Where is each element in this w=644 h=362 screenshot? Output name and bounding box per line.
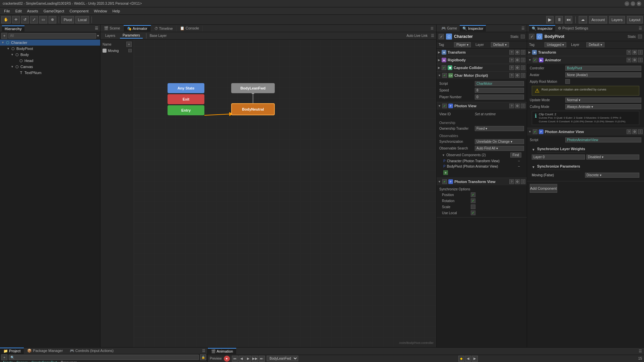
tab-project-settings[interactable]: ⚙ Project Settings bbox=[555, 25, 591, 31]
more-btn[interactable]: ⋮ bbox=[521, 179, 525, 184]
culling-mode-select[interactable]: Always Animate ▾ bbox=[565, 104, 641, 109]
more-btn[interactable]: ⋮ bbox=[521, 73, 525, 78]
animator-graph[interactable]: Anim/BodyPivot.controller bbox=[134, 40, 436, 347]
project-panel-menu[interactable]: ☰ bbox=[202, 349, 207, 353]
enabled-checkbox[interactable]: ✓ bbox=[442, 179, 447, 184]
scene-panel-menu[interactable]: ☰ bbox=[431, 26, 436, 30]
last-frame-button[interactable]: ⏭ bbox=[259, 356, 265, 362]
find-button[interactable]: Find bbox=[510, 153, 521, 158]
param-moving[interactable]: Moving bbox=[102, 48, 132, 54]
settings-btn[interactable]: ⚙ bbox=[632, 58, 637, 62]
layer0-val[interactable]: Disabled ▾ bbox=[586, 155, 640, 160]
menu-help[interactable]: Help bbox=[110, 8, 123, 14]
capsule-collider-header[interactable]: ▶ ✓ ⬟ Capsule Collider ? ⚙ ⋮ bbox=[437, 64, 527, 71]
collab-button[interactable]: ☁ bbox=[579, 16, 587, 23]
tab-controls[interactable]: 🎮 Controls (Input Actions) bbox=[66, 348, 117, 354]
enabled-checkbox[interactable]: ✓ bbox=[442, 73, 447, 78]
enabled-checkbox[interactable]: ✓ bbox=[442, 104, 447, 108]
add-param-button[interactable]: + bbox=[126, 42, 132, 47]
hierarchy-search[interactable] bbox=[8, 33, 96, 39]
tab-console[interactable]: 📋 Console bbox=[177, 25, 203, 31]
tab-inspector-right[interactable]: 🔍 Inspector bbox=[529, 25, 555, 32]
play-anim-button[interactable]: ▶ bbox=[245, 356, 251, 362]
apply-root-checkbox[interactable] bbox=[565, 79, 570, 84]
remove-btn[interactable]: − bbox=[518, 159, 520, 163]
observed-components-header[interactable]: ▼ Observed Components (2) Find bbox=[439, 152, 524, 158]
info-btn[interactable]: ? bbox=[509, 104, 514, 108]
more-btn[interactable]: ⋮ bbox=[638, 50, 643, 55]
info-btn[interactable]: ? bbox=[509, 65, 514, 70]
ownership-transfer-select[interactable]: Fixed ▾ bbox=[475, 126, 524, 131]
node-exit[interactable]: Exit bbox=[168, 94, 204, 104]
more-btn[interactable]: ⋮ bbox=[521, 104, 525, 108]
controller-value[interactable]: BodyPivot bbox=[565, 66, 641, 71]
rotation-checkbox[interactable]: ✓ bbox=[471, 198, 475, 203]
anim-layers-tab[interactable]: Layers bbox=[103, 33, 118, 38]
settings-btn[interactable]: ⚙ bbox=[515, 73, 520, 78]
hierarchy-item-character[interactable]: ▼ ⬡ Character bbox=[0, 40, 100, 46]
add-observed-btn[interactable]: + bbox=[443, 170, 448, 175]
next-frame-button[interactable]: ▶▶ bbox=[252, 356, 258, 362]
record-button[interactable]: ● bbox=[224, 356, 230, 362]
hierarchy-item-textpnum[interactable]: T TextPNum bbox=[0, 70, 100, 76]
breadcrumb-resources[interactable]: Resources bbox=[61, 361, 77, 362]
rigidbody-header[interactable]: ▶ ◈ Rigidbody ? ⚙ ⋮ bbox=[437, 56, 527, 64]
avatar-value[interactable]: None (Avatar) bbox=[565, 72, 641, 77]
use-local-checkbox[interactable]: ✓ bbox=[471, 210, 475, 215]
transform-header[interactable]: ▶ ⊕ Transform ? ⚙ ⋮ bbox=[437, 49, 527, 56]
hierarchy-add-button[interactable]: + bbox=[1, 33, 7, 39]
project-search[interactable] bbox=[9, 355, 199, 360]
step-button[interactable]: ⏭ bbox=[565, 16, 572, 23]
lock-button[interactable]: 🔒 bbox=[200, 354, 206, 360]
param-value-toggle[interactable] bbox=[128, 49, 132, 52]
update-mode-select[interactable]: Normal ▾ bbox=[565, 98, 641, 103]
more-btn[interactable]: ⋮ bbox=[521, 50, 525, 55]
menu-file[interactable]: File bbox=[1, 8, 13, 14]
photon-transform-header[interactable]: ▼ ✓ P Photon Transform View ? ⚙ ⋮ bbox=[437, 178, 527, 185]
menu-component[interactable]: Component bbox=[67, 8, 91, 14]
script-value[interactable]: CharMotor bbox=[475, 81, 524, 86]
prev-frame-button[interactable]: ◀ bbox=[239, 356, 245, 362]
maximize-button[interactable]: □ bbox=[631, 1, 635, 6]
bp-animator-header[interactable]: ▼ ✓ ▶ Animator ? ⚙ ⋮ bbox=[527, 56, 644, 64]
settings-btn[interactable]: ⚙ bbox=[515, 104, 520, 108]
hand-tool[interactable]: ✋ bbox=[1, 16, 11, 23]
breadcrumb-assets[interactable]: Assets bbox=[3, 361, 13, 362]
script-value[interactable]: PhotonAnimatorView bbox=[565, 137, 641, 142]
player-number-value[interactable]: 0 bbox=[475, 95, 524, 100]
tag-value[interactable]: Player ▾ bbox=[454, 42, 471, 47]
static-toggle[interactable] bbox=[521, 35, 525, 39]
tab-animator[interactable]: 🎭 Animator bbox=[124, 25, 151, 32]
auto-live-link[interactable]: Auto Live Link bbox=[406, 34, 428, 38]
observed-item-2[interactable]: P BodyPivot (Photon Animator View) − bbox=[439, 164, 524, 169]
settings-btn[interactable]: ⚙ bbox=[632, 50, 637, 55]
hierarchy-item-canvas[interactable]: ▼ ⬡ Canvas bbox=[0, 64, 100, 70]
pause-button[interactable]: ⏸ bbox=[556, 16, 563, 23]
close-button[interactable]: ✕ bbox=[637, 1, 641, 6]
object-name-input[interactable] bbox=[454, 34, 508, 39]
account-button[interactable]: Account bbox=[589, 16, 607, 23]
settings-btn[interactable]: ⚙ bbox=[515, 58, 520, 62]
info-btn[interactable]: ? bbox=[509, 58, 514, 62]
node-entry[interactable]: Entry bbox=[168, 105, 204, 115]
info-btn[interactable]: ? bbox=[627, 129, 631, 134]
sync-select[interactable]: Unreliable On Change ▾ bbox=[475, 139, 524, 144]
menu-assets[interactable]: Assets bbox=[24, 8, 41, 14]
hierarchy-tab[interactable]: Hierarchy bbox=[2, 25, 24, 32]
node-any-state[interactable]: Any State bbox=[168, 83, 204, 93]
animation-clip-select[interactable]: BodyLeanFwd bbox=[267, 356, 298, 361]
anim-parameters-tab[interactable]: Parameters bbox=[120, 33, 143, 39]
menu-gameobject[interactable]: GameObject bbox=[41, 8, 67, 14]
speed-value[interactable]: 8 bbox=[475, 88, 524, 93]
static-toggle[interactable] bbox=[638, 35, 642, 39]
settings-btn[interactable]: ⚙ bbox=[515, 179, 520, 184]
pav-header[interactable]: ▼ ✓ P Photon Animator View ? ⚙ ⋮ bbox=[527, 128, 644, 135]
enabled-checkbox[interactable]: ✓ bbox=[533, 58, 537, 62]
tab-project[interactable]: 📁 Project bbox=[0, 348, 24, 354]
hierarchy-filter[interactable]: ▾ bbox=[97, 34, 99, 38]
moving-param-type[interactable]: Discrete ▾ bbox=[585, 173, 640, 178]
scale-tool[interactable]: ⤢ bbox=[30, 16, 38, 23]
inspector-menu[interactable]: ☰ bbox=[521, 26, 525, 31]
transform-tool[interactable]: ⊕ bbox=[49, 16, 56, 23]
info-btn[interactable]: ? bbox=[627, 58, 631, 62]
